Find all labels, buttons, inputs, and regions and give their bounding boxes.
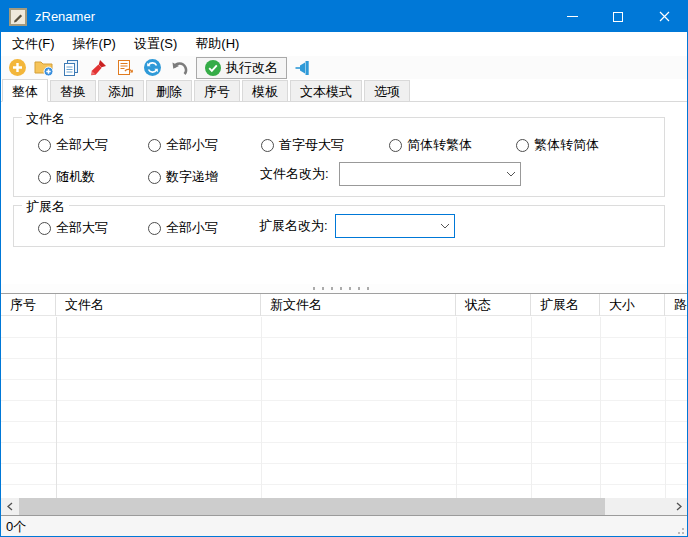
tab-number[interactable]: 序号 bbox=[194, 80, 240, 101]
column-header-new-filename[interactable]: 新文件名 bbox=[261, 294, 456, 316]
menu-operate[interactable]: 操作(P) bbox=[64, 32, 125, 56]
radio-filename-capitalize[interactable]: 首字母大写 bbox=[261, 136, 344, 154]
window-title: zRenamer bbox=[35, 9, 95, 24]
radio-label: 全部大写 bbox=[56, 219, 108, 237]
radio-label: 全部小写 bbox=[166, 219, 218, 237]
toolbar: 执行改名 bbox=[1, 56, 687, 79]
radio-label: 全部大写 bbox=[56, 136, 108, 154]
filename-groupbox: 文件名 全部大写 全部小写 首字母大写 简体转繁体 繁体转简体 bbox=[13, 117, 665, 197]
column-header-size[interactable]: 大小 bbox=[600, 294, 665, 316]
tab-template[interactable]: 模板 bbox=[242, 80, 288, 101]
horizontal-scrollbar[interactable] bbox=[1, 498, 687, 515]
filename-group-title: 文件名 bbox=[22, 110, 69, 128]
radio-circle-icon bbox=[148, 171, 161, 184]
radio-filename-simplified-to-traditional[interactable]: 简体转繁体 bbox=[389, 136, 472, 154]
clear-list-button[interactable] bbox=[88, 58, 108, 78]
app-window: zRenamer 文件(F) 操作(P) 设置(S) 帮助(H) bbox=[0, 0, 688, 537]
column-divider bbox=[456, 317, 457, 499]
add-folder-icon bbox=[34, 59, 54, 77]
column-header-index[interactable]: 序号 bbox=[1, 294, 56, 316]
resize-grip-icon[interactable] bbox=[675, 525, 685, 535]
file-list-button[interactable] bbox=[61, 58, 81, 78]
extension-groupbox: 扩展名 全部大写 全部小写 扩展名改为: bbox=[13, 205, 665, 247]
radio-circle-icon bbox=[38, 139, 51, 152]
column-divider bbox=[665, 317, 666, 499]
scroll-left-arrow-icon[interactable] bbox=[1, 498, 18, 515]
menu-settings[interactable]: 设置(S) bbox=[125, 32, 186, 56]
table-header: 序号 文件名 新文件名 状态 扩展名 大小 路径 bbox=[1, 294, 687, 316]
column-header-filename[interactable]: 文件名 bbox=[56, 294, 261, 316]
radio-circle-icon bbox=[38, 171, 51, 184]
radio-label: 首字母大写 bbox=[279, 136, 344, 154]
file-list-icon bbox=[62, 59, 80, 77]
minimize-icon bbox=[567, 16, 578, 17]
edit-list-button[interactable] bbox=[115, 58, 135, 78]
splitter-grip-icon bbox=[313, 287, 375, 290]
chevron-down-icon[interactable] bbox=[502, 171, 520, 177]
radio-filename-lowercase[interactable]: 全部小写 bbox=[148, 136, 218, 154]
window-controls bbox=[549, 1, 687, 32]
maximize-button[interactable] bbox=[595, 1, 641, 32]
clear-list-icon bbox=[89, 58, 108, 77]
close-button[interactable] bbox=[641, 1, 687, 32]
pin-icon bbox=[294, 60, 314, 76]
chevron-down-icon[interactable] bbox=[436, 223, 454, 229]
add-files-icon bbox=[8, 58, 27, 77]
pin-button[interactable] bbox=[294, 58, 314, 78]
radio-filename-uppercase[interactable]: 全部大写 bbox=[38, 136, 108, 154]
column-header-extension[interactable]: 扩展名 bbox=[531, 294, 600, 316]
maximize-icon bbox=[613, 12, 623, 22]
column-divider bbox=[56, 317, 57, 499]
radio-extension-uppercase[interactable]: 全部大写 bbox=[38, 219, 108, 237]
refresh-icon bbox=[143, 58, 162, 77]
execute-rename-button[interactable]: 执行改名 bbox=[196, 57, 287, 79]
execute-rename-label: 执行改名 bbox=[226, 59, 278, 77]
radio-label: 全部小写 bbox=[166, 136, 218, 154]
file-count: 0个 bbox=[1, 518, 26, 536]
radio-circle-icon bbox=[516, 139, 529, 152]
filename-combo-label: 文件名改为: bbox=[260, 162, 329, 186]
tab-panel-whole: 文件名 全部大写 全部小写 首字母大写 简体转繁体 繁体转简体 bbox=[1, 102, 687, 284]
table-body[interactable] bbox=[1, 317, 687, 499]
check-icon bbox=[205, 60, 221, 76]
radio-filename-number-increment[interactable]: 数字递增 bbox=[148, 168, 218, 186]
column-divider bbox=[600, 317, 601, 499]
radio-circle-icon bbox=[148, 222, 161, 235]
radio-circle-icon bbox=[38, 222, 51, 235]
radio-label: 简体转繁体 bbox=[407, 136, 472, 154]
app-icon bbox=[9, 8, 27, 26]
tab-add[interactable]: 添加 bbox=[98, 80, 144, 101]
radio-circle-icon bbox=[389, 139, 402, 152]
add-folder-button[interactable] bbox=[34, 58, 54, 78]
scroll-right-arrow-icon[interactable] bbox=[670, 498, 687, 515]
edit-list-icon bbox=[116, 59, 134, 77]
filename-combo[interactable] bbox=[339, 162, 521, 186]
minimize-button[interactable] bbox=[549, 1, 595, 32]
extension-combo[interactable] bbox=[335, 214, 455, 238]
extension-combo-label: 扩展名改为: bbox=[259, 214, 328, 238]
close-icon bbox=[659, 11, 670, 22]
tab-replace[interactable]: 替换 bbox=[50, 80, 96, 101]
tab-whole[interactable]: 整体 bbox=[2, 79, 48, 102]
radio-filename-traditional-to-simplified[interactable]: 繁体转简体 bbox=[516, 136, 599, 154]
menu-bar: 文件(F) 操作(P) 设置(S) 帮助(H) bbox=[1, 32, 687, 56]
undo-button[interactable] bbox=[169, 58, 189, 78]
radio-label: 随机数 bbox=[56, 168, 95, 186]
refresh-button[interactable] bbox=[142, 58, 162, 78]
column-header-status[interactable]: 状态 bbox=[456, 294, 531, 316]
add-files-button[interactable] bbox=[7, 58, 27, 78]
radio-circle-icon bbox=[148, 139, 161, 152]
column-header-path[interactable]: 路径 bbox=[665, 294, 687, 316]
scrollbar-thumb[interactable] bbox=[19, 498, 605, 515]
menu-file[interactable]: 文件(F) bbox=[3, 32, 64, 56]
column-divider bbox=[531, 317, 532, 499]
tab-delete[interactable]: 删除 bbox=[146, 80, 192, 101]
radio-extension-lowercase[interactable]: 全部小写 bbox=[148, 219, 218, 237]
splitter[interactable] bbox=[1, 284, 687, 293]
tab-options[interactable]: 选项 bbox=[364, 80, 410, 101]
tab-text-mode[interactable]: 文本模式 bbox=[290, 80, 362, 101]
menu-help[interactable]: 帮助(H) bbox=[186, 32, 248, 56]
radio-filename-random-number[interactable]: 随机数 bbox=[38, 168, 95, 186]
column-divider bbox=[261, 317, 262, 499]
extension-group-title: 扩展名 bbox=[22, 198, 69, 216]
